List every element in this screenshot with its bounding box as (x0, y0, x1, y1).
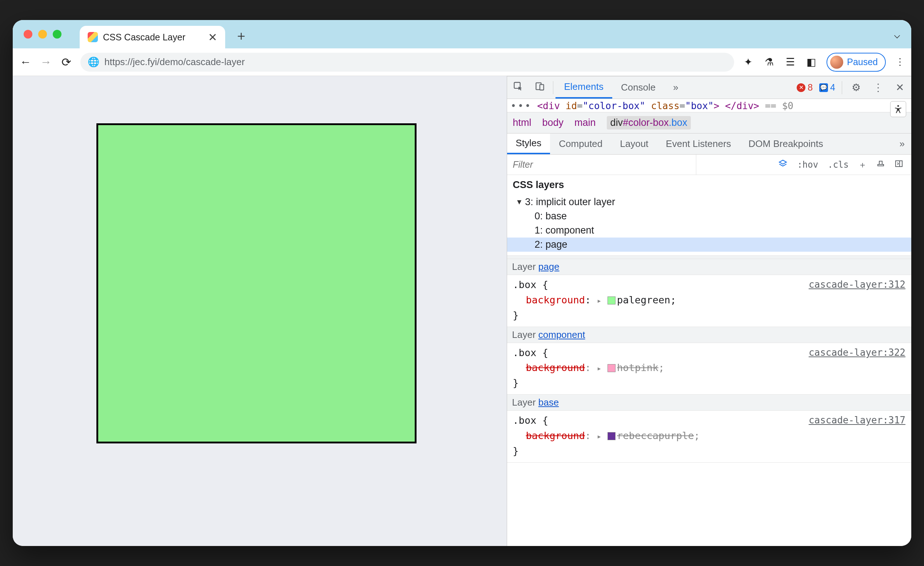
style-rule: Layer base cascade-layer:317 .box { back… (507, 395, 912, 463)
reading-list-icon[interactable]: ☰ (784, 56, 796, 68)
avatar (830, 56, 843, 69)
rule-selector[interactable]: .box (513, 415, 537, 426)
layer-item-component[interactable]: 1: component (513, 223, 906, 237)
triangle-down-icon[interactable]: ▼ (516, 198, 523, 206)
new-style-rule-button[interactable]: ＋ (856, 158, 869, 171)
crumb-selected[interactable]: div#color-box.box (607, 116, 691, 129)
maximize-window-button[interactable] (53, 30, 62, 39)
css-layers-heading: CSS layers (507, 175, 912, 195)
rule-source-link[interactable]: cascade-layer:317 (808, 413, 906, 428)
tab-overflow-button[interactable]: ⌵ (894, 28, 900, 41)
src-close-tag: </div> (725, 101, 759, 111)
rule-layer-prefix: Layer (512, 329, 538, 340)
browser-window: CSS Cascade Layer ✕ ＋ ⌵ ← → ⟳ 🌐 https://… (13, 20, 911, 546)
color-swatch[interactable] (608, 296, 615, 305)
color-swatch[interactable] (608, 432, 615, 440)
styles-filter-input[interactable] (507, 155, 696, 175)
error-count[interactable]: ✕8 (796, 82, 813, 93)
message-count[interactable]: 💬4 (819, 82, 835, 93)
error-count-value: 8 (808, 82, 813, 93)
src-id-val: "color-box" (583, 101, 645, 111)
layers-toggle-icon[interactable] (776, 158, 790, 171)
rule-layer-label: Layer base (507, 395, 912, 411)
subtab-dom-breakpoints[interactable]: DOM Breakpoints (740, 134, 832, 154)
rule-property[interactable]: background: ▸ rebeccapurple; (513, 430, 700, 441)
subtab-styles[interactable]: Styles (507, 134, 550, 154)
rule-property[interactable]: background: ▸ palegreen; (513, 294, 676, 306)
subtab-computed[interactable]: Computed (550, 134, 611, 154)
rule-selector[interactable]: .box (513, 347, 537, 358)
panel-icon[interactable]: ◧ (806, 56, 817, 68)
accessibility-icon[interactable] (890, 101, 906, 117)
toolbar: ← → ⟳ 🌐 https://jec.fyi/demo/cascade-lay… (13, 48, 911, 76)
src-class-val: "box" (686, 101, 714, 111)
paint-brush-icon[interactable] (874, 159, 887, 171)
rule-layer-prefix: Layer (512, 261, 538, 272)
subtab-more[interactable]: » (893, 138, 911, 150)
rule-source-link[interactable]: cascade-layer:312 (808, 277, 906, 292)
chrome-menu-button[interactable]: ⋮ (895, 56, 905, 68)
style-rule: Layer page cascade-layer:312 .box { back… (507, 259, 912, 327)
tab-more[interactable]: » (664, 77, 687, 99)
paused-label: Paused (847, 57, 878, 67)
cls-button[interactable]: .cls (825, 159, 851, 171)
crumb-body[interactable]: body (542, 117, 564, 128)
elements-source-line[interactable]: ••• <div id="color-box" class="box"> </d… (507, 99, 912, 113)
rule-layer-link[interactable]: page (538, 261, 560, 272)
new-tab-button[interactable]: ＋ (235, 27, 248, 45)
tab-favicon (88, 32, 98, 42)
color-swatch[interactable] (608, 364, 615, 372)
close-devtools-button[interactable]: ✕ (893, 81, 907, 93)
layer-tree-root[interactable]: ▼ 3: implicit outer layer (513, 195, 906, 209)
minimize-window-button[interactable] (38, 30, 47, 39)
rule-layer-link[interactable]: component (538, 329, 585, 340)
close-window-button[interactable] (24, 30, 32, 39)
content-area: Elements Console » ✕8 💬4 ⚙ ⋮ ✕ ••• <div (13, 76, 911, 546)
site-info-icon[interactable]: 🌐 (88, 56, 99, 68)
message-count-value: 4 (830, 82, 835, 93)
layer-item-base[interactable]: 0: base (513, 209, 906, 223)
devtools-panel-tabs: Elements Console » (555, 77, 687, 99)
devtools-panel: Elements Console » ✕8 💬4 ⚙ ⋮ ✕ ••• <div (507, 76, 912, 546)
device-toolbar-icon[interactable] (529, 81, 551, 94)
tab-console[interactable]: Console (612, 77, 664, 99)
settings-icon[interactable]: ⚙ (849, 81, 864, 93)
profile-paused-chip[interactable]: Paused (826, 53, 886, 72)
back-button[interactable]: ← (19, 55, 32, 69)
rule-property[interactable]: background: ▸ hotpink; (513, 362, 664, 373)
reload-button[interactable]: ⟳ (60, 55, 72, 69)
rule-layer-link[interactable]: base (538, 397, 559, 408)
subtab-layout[interactable]: Layout (611, 134, 657, 154)
address-bar[interactable]: 🌐 https://jec.fyi/demo/cascade-layer (80, 53, 734, 72)
src-tail: == $0 (765, 101, 794, 111)
crumb-html[interactable]: html (513, 117, 531, 128)
hov-button[interactable]: :hov (795, 159, 820, 171)
src-open-tag: <div (537, 101, 560, 111)
svg-rect-4 (896, 161, 902, 167)
forward-button[interactable]: → (40, 55, 52, 69)
labs-icon[interactable]: ⚗ (763, 56, 775, 68)
extensions-icon[interactable]: ✦ (742, 56, 754, 68)
rule-layer-label: Layer page (507, 259, 912, 275)
ellipsis-icon[interactable]: ••• (511, 101, 532, 111)
tab-elements[interactable]: Elements (555, 77, 612, 99)
layer-item-page[interactable]: 2: page (507, 237, 912, 252)
svg-point-3 (897, 105, 899, 107)
rule-selector[interactable]: .box (513, 279, 537, 290)
url-text: https://jec.fyi/demo/cascade-layer (104, 56, 245, 68)
close-tab-button[interactable]: ✕ (208, 31, 217, 44)
src-class-attr: class (651, 101, 680, 111)
tab-title: CSS Cascade Layer (103, 32, 186, 42)
browser-tab[interactable]: CSS Cascade Layer ✕ (80, 26, 225, 48)
inspect-element-icon[interactable] (507, 81, 529, 94)
rule-layer-label: Layer component (507, 327, 912, 343)
window-controls (24, 30, 62, 39)
crumb-main[interactable]: main (574, 117, 596, 128)
subtab-event-listeners[interactable]: Event Listeners (657, 134, 740, 154)
computed-sidebar-icon[interactable] (892, 159, 906, 171)
styles-body[interactable]: CSS layers ▼ 3: implicit outer layer 0: … (507, 175, 912, 546)
tab-strip: CSS Cascade Layer ✕ ＋ ⌵ (13, 20, 911, 48)
devtools-menu-button[interactable]: ⋮ (870, 81, 886, 93)
style-rule: Layer component cascade-layer:322 .box {… (507, 327, 912, 395)
rule-source-link[interactable]: cascade-layer:322 (808, 345, 906, 360)
